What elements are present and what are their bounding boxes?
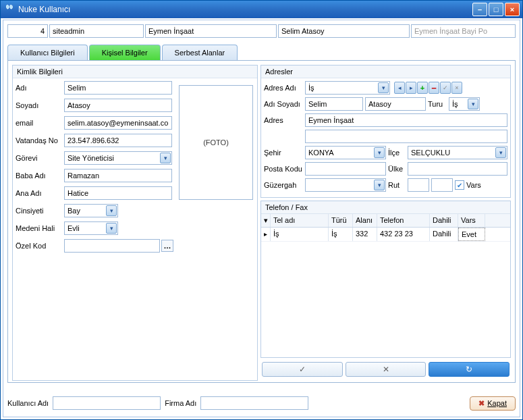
tab-panel: Kimlik Bilgileri Adı Soyadı email Vatand… — [7, 60, 516, 383]
summary-row — [3, 20, 520, 42]
citizen-id-field[interactable] — [64, 134, 172, 147]
label-adi: Adı — [16, 84, 64, 92]
phone-grid: Telefon / Fax ▾ Tel adı Türü Alanı Telef… — [260, 201, 511, 358]
user-id-field[interactable] — [7, 24, 48, 38]
col-dahili[interactable]: Dahili — [430, 214, 458, 227]
row-indicator-icon — [261, 228, 271, 241]
addr-lastname-field[interactable] — [365, 97, 426, 111]
postal-code-field[interactable] — [305, 162, 386, 176]
check-icon: ✓ — [299, 365, 306, 374]
gender-combo[interactable]: Bay — [64, 204, 118, 217]
chevron-down-icon[interactable] — [106, 205, 117, 216]
address-nav: ◂ ▸ + − ✓ × — [394, 82, 462, 94]
rut2-field[interactable] — [431, 178, 453, 192]
phone-grid-header: ▾ Tel adı Türü Alanı Telefon Dahili Vars — [261, 214, 510, 228]
email-field[interactable] — [64, 116, 172, 130]
phone-row[interactable]: İş İş 332 432 23 23 Dahili Evet — [261, 228, 510, 242]
footer-username-field[interactable] — [53, 396, 161, 410]
label-ozel: Özel Kod — [16, 242, 64, 250]
photo-placeholder[interactable]: (FOTO) — [179, 85, 253, 200]
app-icon — [5, 4, 16, 15]
col-teladi[interactable]: Tel adı — [271, 214, 329, 227]
addresses-group-title: Adresler — [261, 65, 510, 78]
minimize-button[interactable]: – — [472, 3, 487, 16]
first-name-field[interactable] — [64, 81, 172, 95]
remove-address-button[interactable]: − — [429, 82, 439, 94]
cancel-address-button[interactable]: × — [451, 82, 462, 94]
dealer-field[interactable] — [411, 24, 516, 38]
tab-strip: Kullanıcı Bilgileri Kişisel Bilgiler Ser… — [3, 45, 520, 60]
col-turu[interactable]: Türü — [329, 214, 353, 227]
vars-checkbox[interactable]: ✔ — [455, 180, 464, 190]
nav-prev-icon[interactable]: ◂ — [394, 82, 405, 94]
close-button[interactable]: ✖ Kapat — [470, 396, 516, 411]
tab-free-fields[interactable]: Serbest Alanlar — [162, 45, 238, 60]
addr-type-combo[interactable]: İş — [449, 97, 480, 111]
label-posta: Posta Kodu — [264, 165, 303, 173]
addr-firstname-field[interactable] — [305, 97, 363, 111]
identity-group-title: Kimlik Bilgileri — [13, 65, 257, 78]
x-icon: ✕ — [383, 365, 389, 374]
chevron-down-icon[interactable] — [495, 147, 506, 158]
role-combo[interactable]: Site Yöneticisi — [64, 151, 172, 165]
add-address-button[interactable]: + — [417, 82, 428, 94]
address-line2-field[interactable] — [305, 130, 507, 143]
label-vars: Vars — [466, 181, 481, 189]
label-footer-firma: Firma Adı — [165, 399, 196, 407]
city-combo[interactable]: KONYA — [305, 146, 386, 159]
chevron-down-icon[interactable] — [160, 153, 171, 163]
label-sehir: Şehir — [264, 149, 303, 157]
confirm-button[interactable]: ✓ — [262, 362, 343, 377]
col-telefon[interactable]: Telefon — [377, 214, 430, 227]
titlebar: Nuke Kullanıcı – □ × — [1, 1, 522, 18]
country-field[interactable] — [408, 162, 507, 176]
footer-bar: Kullanıcı Adı Firma Adı ✖ Kapat — [7, 394, 516, 413]
label-ilce: İlçe — [388, 149, 406, 157]
company-field[interactable] — [145, 24, 277, 38]
chevron-down-icon[interactable] — [468, 99, 478, 109]
special-code-field[interactable] — [64, 239, 160, 253]
father-name-field[interactable] — [64, 169, 172, 182]
username-field[interactable] — [49, 24, 144, 38]
refresh-icon: ↻ — [466, 365, 472, 374]
label-guzergah: Güzergah — [264, 181, 303, 189]
maximize-button[interactable]: □ — [489, 3, 503, 16]
label-rut: Rut — [388, 181, 406, 189]
tab-personal-info[interactable]: Kişisel Bilgiler — [89, 45, 161, 60]
address-line1-field[interactable] — [305, 113, 507, 127]
label-vatandas: Vatandaş No — [16, 136, 64, 145]
rut1-field[interactable] — [408, 178, 429, 192]
window-title: Nuke Kullanıcı — [18, 5, 472, 14]
last-name-field[interactable] — [64, 99, 172, 112]
phone-group-title: Telefon / Fax — [261, 201, 510, 214]
route-combo[interactable] — [305, 178, 386, 192]
fullname-field[interactable] — [278, 24, 410, 38]
col-vars[interactable]: Vars — [458, 214, 485, 227]
label-cinsiyet: Cinsiyeti — [16, 207, 64, 215]
district-combo[interactable]: SELÇUKLU — [408, 146, 507, 159]
label-ana: Ana Adı — [16, 189, 64, 197]
mother-name-field[interactable] — [64, 186, 172, 200]
refresh-button[interactable]: ↻ — [429, 362, 510, 377]
label-baba: Baba Adı — [16, 172, 64, 180]
lookup-button[interactable]: … — [161, 240, 173, 252]
chevron-down-icon[interactable] — [374, 180, 385, 190]
close-window-button[interactable]: × — [505, 3, 520, 16]
marital-combo[interactable]: Evli — [64, 221, 118, 235]
chevron-down-icon[interactable] — [106, 223, 117, 234]
col-alan[interactable]: Alanı — [353, 214, 377, 227]
footer-firma-field[interactable] — [200, 396, 308, 410]
chevron-down-icon[interactable] — [374, 147, 385, 158]
label-email: email — [16, 119, 64, 127]
close-icon: ✖ — [478, 399, 485, 408]
tab-user-info[interactable]: Kullanıcı Bilgileri — [7, 45, 88, 60]
nav-next-icon[interactable]: ▸ — [406, 82, 416, 94]
label-medeni: Medeni Hali — [16, 224, 64, 232]
chevron-down-icon[interactable] — [378, 82, 389, 93]
address-name-combo[interactable]: İş — [305, 81, 390, 95]
label-gorevi: Görevi — [16, 154, 64, 162]
row-selector-header[interactable]: ▾ — [261, 214, 271, 227]
label-adisoyadi: Adı Soyadı — [264, 100, 303, 108]
commit-address-button[interactable]: ✓ — [440, 82, 451, 94]
cancel-button[interactable]: ✕ — [346, 362, 426, 377]
